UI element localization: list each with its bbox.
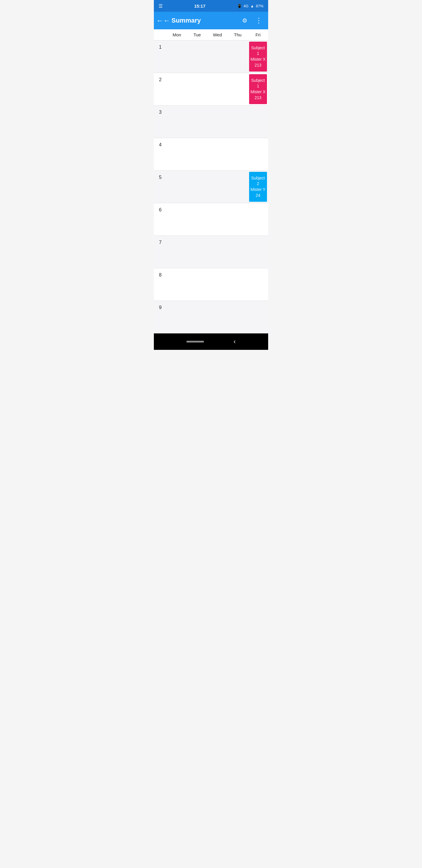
- status-bar-left: ☰: [159, 3, 163, 9]
- calendar-row: 3: [154, 105, 268, 138]
- calendar-row: 8: [154, 268, 268, 301]
- row-number: 2: [154, 73, 167, 105]
- cell-row3-tue: [187, 105, 207, 138]
- cell-row8-wed: [207, 268, 227, 301]
- day-header-fri: Fri: [248, 32, 268, 37]
- cell-row5-mon: [167, 170, 187, 203]
- row-number: 7: [154, 236, 167, 268]
- cell-row4-fri: [248, 138, 268, 170]
- cell-row9-tue: [187, 301, 207, 333]
- cell-row7-thu: [228, 236, 248, 268]
- cell-row5-wed: [207, 170, 227, 203]
- settings-button[interactable]: [239, 15, 251, 26]
- calendar-row: 6: [154, 203, 268, 236]
- calendar-row: 1Subject 1Mister X213: [154, 40, 268, 73]
- signal-label: 4G: [244, 4, 249, 8]
- cell-row7-fri: [248, 236, 268, 268]
- cell-row3-fri: [248, 105, 268, 138]
- cell-row3-wed: [207, 105, 227, 138]
- cell-row4-thu: [228, 138, 248, 170]
- calendar-grid: 1Subject 1Mister X2132Subject 1Mister X2…: [154, 40, 268, 333]
- back-button[interactable]: ←: [157, 15, 169, 26]
- calendar-row: 9: [154, 301, 268, 333]
- event-card-text: Subject 1Mister X213: [250, 78, 266, 101]
- battery-label: 87%: [256, 4, 263, 8]
- cell-row6-tue: [187, 203, 207, 236]
- cell-row2-tue: [187, 73, 207, 105]
- app-bar: ← Summary: [154, 12, 268, 29]
- signal-icon: ▲: [250, 4, 254, 8]
- cell-row9-fri: [248, 301, 268, 333]
- cell-row7-tue: [187, 236, 207, 268]
- nav-back-button[interactable]: ‹: [234, 338, 236, 345]
- day-header-mon: Mon: [167, 32, 187, 37]
- cell-row1-thu: [228, 40, 248, 73]
- day-header-wed: Wed: [207, 32, 227, 37]
- cell-row8-thu: [228, 268, 248, 301]
- cell-row9-thu: [228, 301, 248, 333]
- cell-row2-thu: [228, 73, 248, 105]
- cell-row6-wed: [207, 203, 227, 236]
- bottom-navigation-bar: ‹: [154, 333, 268, 350]
- calendar-row: 7: [154, 236, 268, 268]
- status-bar-right: 📱 4G ▲ 87%: [237, 4, 263, 8]
- row-number: 9: [154, 301, 167, 333]
- app-bar-actions: [239, 15, 265, 26]
- row-number: 5: [154, 170, 167, 203]
- event-card[interactable]: Subject 1Mister X213: [249, 42, 267, 71]
- day-header-tue: Tue: [187, 32, 207, 37]
- event-card-text: Subject 1Mister X213: [250, 45, 266, 68]
- cell-row3-mon: [167, 105, 187, 138]
- cell-row6-fri: [248, 203, 268, 236]
- row-number: 4: [154, 138, 167, 170]
- nav-pill: [186, 341, 204, 342]
- cell-row1-mon: [167, 40, 187, 73]
- row-number: 3: [154, 105, 167, 138]
- cell-row8-fri: [248, 268, 268, 301]
- cell-row5-fri: Subject 2Mister Y24: [248, 170, 268, 203]
- cell-row2-mon: [167, 73, 187, 105]
- cell-row2-wed: [207, 73, 227, 105]
- cell-row1-wed: [207, 40, 227, 73]
- cell-row8-mon: [167, 268, 187, 301]
- row-number: 8: [154, 268, 167, 301]
- event-card[interactable]: Subject 1Mister X213: [249, 74, 267, 104]
- cell-row4-tue: [187, 138, 207, 170]
- cell-row7-wed: [207, 236, 227, 268]
- cell-row5-thu: [228, 170, 248, 203]
- cell-row5-tue: [187, 170, 207, 203]
- calendar-row: 5Subject 2Mister Y24: [154, 170, 268, 203]
- cell-row6-mon: [167, 203, 187, 236]
- cell-row6-thu: [228, 203, 248, 236]
- day-headers: Mon Tue Wed Thu Fri: [154, 29, 268, 40]
- cell-row4-mon: [167, 138, 187, 170]
- cell-row2-fri: Subject 1Mister X213: [248, 73, 268, 105]
- calendar-row: 4: [154, 138, 268, 170]
- cell-row4-wed: [207, 138, 227, 170]
- more-options-button[interactable]: [253, 15, 265, 26]
- app-bar-title: Summary: [171, 17, 239, 24]
- status-bar-time: 15:17: [194, 3, 205, 8]
- row-number: 6: [154, 203, 167, 236]
- cell-row9-wed: [207, 301, 227, 333]
- cell-row1-tue: [187, 40, 207, 73]
- cell-row7-mon: [167, 236, 187, 268]
- cell-row3-thu: [228, 105, 248, 138]
- phone-icon: 📱: [237, 4, 242, 8]
- day-header-empty: [154, 32, 167, 37]
- wifi-icon: ☰: [159, 3, 163, 9]
- event-card[interactable]: Subject 2Mister Y24: [249, 172, 267, 202]
- day-header-thu: Thu: [228, 32, 248, 37]
- status-bar: ☰ 15:17 📱 4G ▲ 87%: [154, 0, 268, 12]
- cell-row1-fri: Subject 1Mister X213: [248, 40, 268, 73]
- calendar-row: 2Subject 1Mister X213: [154, 73, 268, 105]
- cell-row9-mon: [167, 301, 187, 333]
- cell-row8-tue: [187, 268, 207, 301]
- row-number: 1: [154, 40, 167, 73]
- event-card-text: Subject 2Mister Y24: [250, 175, 266, 198]
